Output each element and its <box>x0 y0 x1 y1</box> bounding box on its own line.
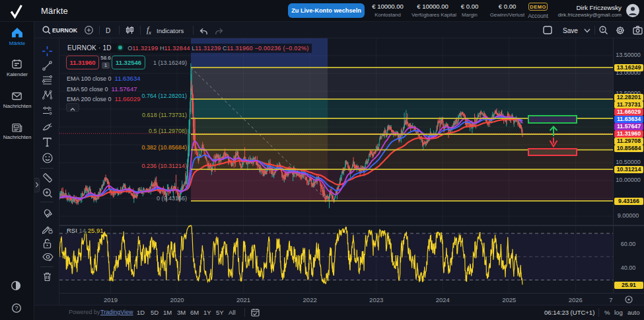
svg-text:?: ? <box>15 305 18 311</box>
